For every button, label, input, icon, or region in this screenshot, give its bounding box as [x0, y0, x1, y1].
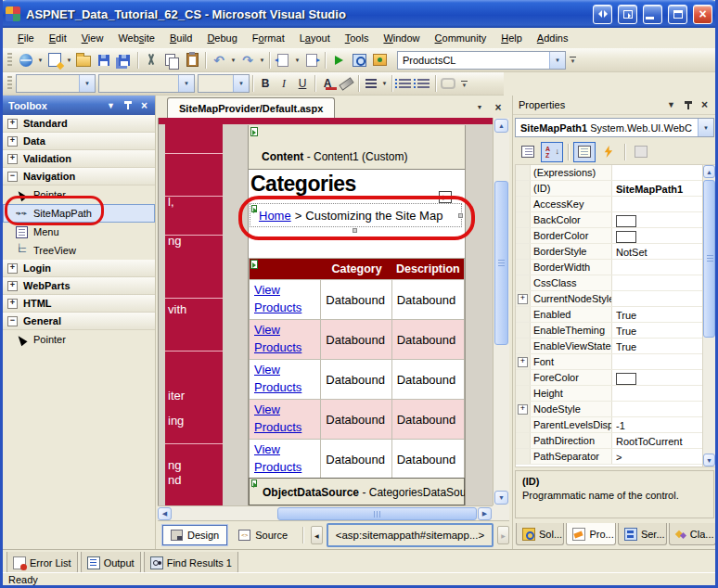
- font-size-combobox[interactable]: ▼: [198, 74, 250, 93]
- expand-icon[interactable]: [7, 154, 18, 164]
- design-view-button[interactable]: Design: [162, 525, 227, 545]
- tab-error-list[interactable]: Error List: [6, 552, 78, 574]
- redo-dropdown[interactable]: ▼: [258, 58, 266, 63]
- sitemappath-control[interactable]: Home > Customizing the Site Map: [250, 203, 462, 227]
- toolbox-item-treeview[interactable]: ├─ └─TreeView: [3, 241, 155, 260]
- tab-solution-explorer[interactable]: Sol...: [516, 523, 564, 545]
- block-format-combobox[interactable]: ▼: [16, 74, 96, 93]
- toolbar-grip[interactable]: [7, 53, 12, 68]
- menu-debug[interactable]: Debug: [199, 30, 244, 46]
- property-row[interactable]: AccessKey: [516, 197, 703, 212]
- pan-window-button[interactable]: [593, 5, 612, 24]
- scroll-left-button[interactable]: ◀: [158, 507, 172, 520]
- menu-format[interactable]: Format: [245, 30, 292, 46]
- numbered-list-button[interactable]: [414, 74, 432, 93]
- expand-icon[interactable]: [7, 263, 18, 274]
- menu-build[interactable]: Build: [162, 30, 199, 46]
- view-products-link[interactable]: View Products: [254, 362, 320, 397]
- property-row[interactable]: (Expressions): [516, 165, 703, 181]
- toolbox-item-sitemappath[interactable]: ▪▸▪▸SiteMapPath: [3, 204, 155, 223]
- property-row[interactable]: PathSeparator>: [516, 449, 703, 465]
- menu-window[interactable]: Window: [376, 30, 427, 46]
- tag-navigator-back-button[interactable]: ◀: [311, 526, 323, 544]
- scrollbar-thumb[interactable]: [277, 507, 477, 520]
- property-row[interactable]: Font: [516, 354, 703, 370]
- toolbox-item-pointer-general[interactable]: Pointer: [3, 330, 155, 349]
- view-in-browser-button[interactable]: [349, 51, 369, 70]
- property-row[interactable]: EnabledTrue: [516, 307, 703, 323]
- menu-community[interactable]: Community: [428, 30, 494, 46]
- content-placeholder[interactable]: Content - Content1 (Custom) Categories ▶…: [248, 125, 466, 505]
- toolbar-options-overflow[interactable]: ▼: [570, 57, 576, 63]
- objectdatasource-control[interactable]: ObjectDataSource - CategoriesDataSource: [249, 478, 465, 505]
- design-vertical-scrollbar[interactable]: ▲ ▼: [493, 118, 509, 505]
- navigate-forward-button[interactable]: [301, 51, 322, 70]
- bulleted-list-button[interactable]: [395, 74, 414, 93]
- property-row[interactable]: BorderStyleNotSet: [516, 244, 703, 260]
- toolbox-item-menu[interactable]: Menu: [3, 223, 155, 241]
- toolbox-category-html[interactable]: HTML: [3, 295, 155, 313]
- property-row[interactable]: BorderColor: [516, 228, 703, 244]
- copy-button[interactable]: [161, 51, 182, 70]
- properties-grid[interactable]: (Expressions) (ID)SiteMapPath1 AccessKey…: [515, 164, 704, 467]
- smart-tag-button[interactable]: ▶: [439, 191, 452, 203]
- menu-tools[interactable]: Tools: [338, 30, 377, 46]
- combobox-dropdown-icon[interactable]: ▼: [178, 75, 194, 92]
- content-placeholder-header[interactable]: Content - Content1 (Custom): [249, 125, 465, 170]
- toolbox-category-login[interactable]: Login: [3, 260, 155, 277]
- window-position-icon[interactable]: ▼: [664, 98, 678, 111]
- browse-with-button[interactable]: [369, 51, 390, 70]
- selection-handle[interactable]: [353, 228, 357, 233]
- breadcrumb-home-link[interactable]: Home: [259, 209, 291, 223]
- new-website-button[interactable]: [16, 51, 36, 70]
- combobox-dropdown-icon[interactable]: ▼: [698, 119, 713, 136]
- property-row[interactable]: BackColor: [516, 212, 703, 228]
- navigate-backward-dropdown[interactable]: ▼: [293, 58, 301, 63]
- toolbox-category-general[interactable]: General: [3, 313, 155, 330]
- scrollbar-thumb[interactable]: [703, 180, 715, 338]
- combobox-dropdown-icon[interactable]: ▼: [549, 52, 565, 69]
- design-horizontal-scrollbar[interactable]: ◀ ▶: [158, 505, 493, 521]
- combobox-dropdown-icon[interactable]: ▼: [79, 75, 95, 92]
- expand-icon[interactable]: [7, 281, 18, 291]
- maximize-button[interactable]: [668, 5, 687, 24]
- expand-property-icon[interactable]: [518, 357, 528, 367]
- scroll-down-button[interactable]: ▼: [494, 491, 508, 505]
- close-properties-icon[interactable]: ×: [698, 98, 712, 111]
- font-name-combobox[interactable]: ▼: [98, 74, 195, 93]
- collapse-icon[interactable]: [7, 172, 18, 182]
- scrollbar-thumb[interactable]: [494, 181, 508, 345]
- add-new-item-dropdown[interactable]: ▼: [65, 58, 73, 63]
- property-row[interactable]: PathDirectionRootToCurrent: [516, 433, 703, 449]
- scroll-right-button[interactable]: ▶: [478, 507, 492, 520]
- categorized-button[interactable]: [517, 142, 539, 162]
- tab-properties[interactable]: Pro...: [566, 523, 615, 545]
- color-swatch[interactable]: [616, 373, 636, 385]
- open-file-button[interactable]: [73, 51, 94, 70]
- expand-property-icon[interactable]: [518, 404, 528, 415]
- property-row[interactable]: BorderWidth: [516, 260, 703, 275]
- popout-window-button[interactable]: [618, 5, 637, 24]
- toolbox-category-navigation[interactable]: Navigation: [3, 168, 155, 185]
- tab-list-dropdown-icon[interactable]: ▼: [472, 100, 487, 114]
- property-row[interactable]: Height: [516, 386, 703, 402]
- color-swatch[interactable]: [616, 231, 636, 243]
- align-dropdown[interactable]: ▼: [380, 81, 389, 86]
- toolbox-category-webparts[interactable]: WebParts: [3, 277, 155, 295]
- events-button[interactable]: [597, 142, 620, 162]
- expand-property-icon[interactable]: [518, 294, 528, 304]
- font-color-button[interactable]: A: [318, 74, 337, 93]
- tab-class-view[interactable]: Cla...: [669, 523, 716, 545]
- properties-view-button[interactable]: [573, 142, 596, 162]
- italic-button[interactable]: I: [275, 74, 293, 93]
- toolbox-category-data[interactable]: Data: [3, 133, 155, 150]
- scroll-down-button[interactable]: ▼: [703, 454, 715, 467]
- view-products-link[interactable]: View Products: [254, 441, 320, 477]
- pin-icon[interactable]: [681, 98, 695, 111]
- window-position-icon[interactable]: ▼: [104, 99, 118, 112]
- view-products-link[interactable]: View Products: [254, 322, 320, 357]
- highlight-button[interactable]: [337, 74, 355, 93]
- hyperlink-button[interactable]: [439, 74, 457, 93]
- property-row[interactable]: CurrentNodeStyle: [516, 291, 703, 307]
- menu-help[interactable]: Help: [494, 30, 530, 46]
